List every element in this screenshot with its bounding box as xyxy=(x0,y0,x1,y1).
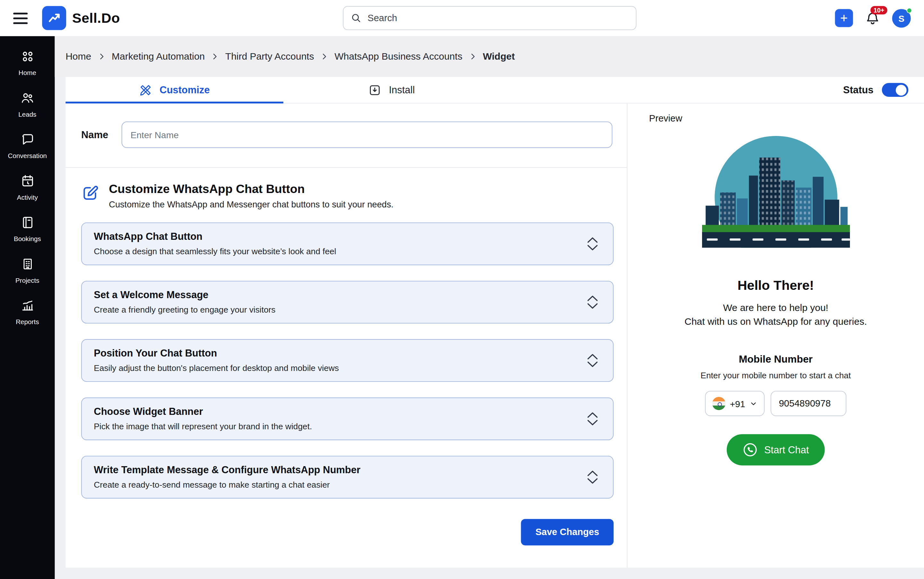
search-input[interactable] xyxy=(366,12,629,25)
avatar[interactable]: S xyxy=(892,9,911,27)
mobile-number-hint: Enter your mobile number to start a chat xyxy=(627,371,924,380)
widget-card: Customize Install Status xyxy=(66,77,924,568)
conversation-icon xyxy=(20,132,34,149)
preview-help-line2: Chat with us on WhatsApp for any queries… xyxy=(627,314,924,328)
notification-badge: 10+ xyxy=(870,6,887,15)
bookings-icon xyxy=(20,215,34,232)
chevron-right-icon xyxy=(211,52,219,61)
accordion-position-chat-button[interactable]: Position Your Chat Button Easily adjust … xyxy=(81,339,614,382)
name-label: Name xyxy=(81,129,108,141)
status-label: Status xyxy=(843,84,874,96)
add-button[interactable] xyxy=(835,9,853,27)
search-icon xyxy=(351,13,362,23)
main-area: Home Marketing Automation Third Party Ac… xyxy=(55,36,924,579)
accordion-welcome-message[interactable]: Set a Welcome Message Create a friendly … xyxy=(81,281,614,324)
tab-install[interactable]: Install xyxy=(283,77,500,103)
selldo-logo[interactable]: Sell.Do xyxy=(42,6,120,30)
search-box xyxy=(343,6,636,30)
customize-tools-icon xyxy=(139,83,152,96)
customize-panel: Name Customize WhatsApp Chat Button xyxy=(66,103,627,568)
hamburger-menu-button[interactable] xyxy=(10,9,31,27)
breadcrumb-home[interactable]: Home xyxy=(66,51,91,62)
city-illustration xyxy=(627,135,924,248)
name-input[interactable] xyxy=(121,121,613,148)
chevron-right-icon xyxy=(97,52,105,61)
notifications-button[interactable]: 10+ xyxy=(865,11,880,26)
sidebar-item-leads[interactable]: Leads xyxy=(0,91,55,118)
projects-icon xyxy=(20,257,34,274)
preview-label: Preview xyxy=(627,113,924,124)
install-download-icon xyxy=(369,83,382,96)
mobile-number-label: Mobile Number xyxy=(627,354,924,366)
selldo-logo-icon xyxy=(42,6,66,30)
tab-bar: Customize Install Status xyxy=(66,77,924,103)
country-code-value: +91 xyxy=(730,399,745,409)
breadcrumb: Home Marketing Automation Third Party Ac… xyxy=(55,36,924,77)
accordion-expand-collapse-icon[interactable] xyxy=(584,411,601,427)
top-bar: Sell.Do xyxy=(0,0,924,36)
accordion-expand-collapse-icon[interactable] xyxy=(584,352,601,368)
accordion-widget-banner[interactable]: Choose Widget Banner Pick the image that… xyxy=(81,397,614,440)
accordion-whatsapp-chat-button[interactable]: WhatsApp Chat Button Choose a design tha… xyxy=(81,222,614,265)
preview-greeting: Hello There! xyxy=(627,278,924,294)
chevron-right-icon xyxy=(468,52,477,61)
section-subtitle: Customize the WhatsApp and Messenger cha… xyxy=(109,200,393,209)
sidebar-item-reports[interactable]: Reports xyxy=(0,298,55,325)
accordion-expand-collapse-icon[interactable] xyxy=(584,294,601,310)
tab-customize[interactable]: Customize xyxy=(66,77,283,103)
activity-icon xyxy=(20,174,34,191)
whatsapp-icon xyxy=(742,442,758,458)
country-code-select[interactable]: +91 xyxy=(705,391,765,417)
start-chat-button[interactable]: Start Chat xyxy=(727,434,824,466)
preview-help-line1: We are here to help you! xyxy=(627,301,924,314)
save-changes-button[interactable]: Save Changes xyxy=(521,519,614,546)
status-toggle[interactable] xyxy=(882,83,909,97)
breadcrumb-third-party-accounts[interactable]: Third Party Accounts xyxy=(225,51,314,62)
sidebar-item-home[interactable]: Home xyxy=(0,49,55,76)
section-title: Customize WhatsApp Chat Button xyxy=(109,182,393,196)
accordion-expand-collapse-icon[interactable] xyxy=(584,236,601,252)
preview-panel: Preview xyxy=(627,103,924,568)
app: Sell.Do xyxy=(0,0,924,579)
chevron-right-icon xyxy=(320,52,328,61)
sidebar-item-bookings[interactable]: Bookings xyxy=(0,215,55,242)
sidebar-item-activity[interactable]: Activity xyxy=(0,174,55,201)
online-status-dot xyxy=(907,7,912,13)
home-icon xyxy=(20,49,34,66)
sidebar: Home Leads Conversation xyxy=(0,36,55,579)
breadcrumb-widget: Widget xyxy=(483,51,515,62)
edit-pencil-icon xyxy=(81,184,99,202)
breadcrumb-marketing-automation[interactable]: Marketing Automation xyxy=(111,51,205,62)
accordion-template-message[interactable]: Write Template Message & Configure Whats… xyxy=(81,456,614,499)
sidebar-item-projects[interactable]: Projects xyxy=(0,257,55,284)
logo-text: Sell.Do xyxy=(72,10,120,26)
breadcrumb-whatsapp-business-accounts[interactable]: WhatsApp Business Accounts xyxy=(334,51,462,62)
accordion-expand-collapse-icon[interactable] xyxy=(584,469,601,485)
chevron-down-icon xyxy=(750,400,757,407)
leads-icon xyxy=(20,91,35,108)
avatar-initial: S xyxy=(898,13,904,23)
reports-icon xyxy=(20,298,34,315)
phone-number-input[interactable]: 9054890978 xyxy=(770,391,846,417)
india-flag-icon xyxy=(712,397,726,411)
sidebar-item-conversation[interactable]: Conversation xyxy=(0,132,55,159)
